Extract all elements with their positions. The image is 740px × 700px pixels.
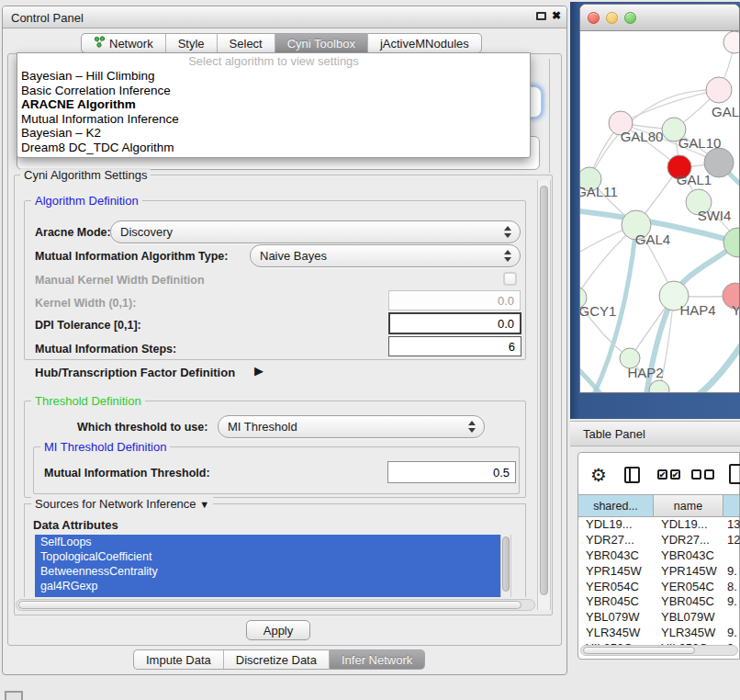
column-pane-icon[interactable] — [624, 467, 640, 483]
attributes-list-scrollbar-thumb[interactable] — [502, 536, 510, 592]
data-attribute-item[interactable]: TopologicalCoefficient — [35, 549, 500, 564]
minimize-window-icon[interactable] — [606, 12, 618, 24]
tab-cyni-toolbox[interactable]: Cyni Toolbox — [275, 33, 367, 53]
node-label-gal10: GAL10 — [678, 135, 722, 151]
apply-button[interactable]: Apply — [246, 620, 310, 640]
mi-steps-input[interactable] — [388, 336, 521, 356]
deselect-all-columns-icon[interactable] — [691, 469, 717, 480]
stepper-arrows-icon — [468, 421, 476, 433]
table-row[interactable]: YBR043CYBR043C — [578, 548, 740, 564]
manual-kernel-width-label: Manual Kernel Width Definition — [35, 274, 205, 287]
select-all-columns-icon[interactable]: ✔✔ — [657, 469, 683, 480]
algorithm-option[interactable]: Basic Correlation Inference — [17, 84, 530, 98]
data-attributes-list[interactable]: SelfLoopsTopologicalCoefficientBetweenne… — [35, 535, 500, 597]
network-edge-highlighted[interactable] — [696, 342, 739, 393]
column-header-shared...[interactable]: shared... — [578, 494, 654, 517]
settings-horizontal-scrollbar-thumb[interactable] — [18, 601, 521, 609]
table-header-row: shared...name — [578, 494, 740, 517]
float-panel-icon[interactable] — [536, 12, 546, 20]
tab-label: Infer Network — [342, 653, 412, 667]
mi-algorithm-type-value: Naive Bayes — [260, 249, 327, 263]
threshold-definition-title: Threshold Definition — [31, 394, 145, 408]
tab-style[interactable]: Style — [165, 33, 217, 53]
table-panel-title: Table Panel — [583, 427, 645, 441]
data-attribute-item[interactable]: gal4RGexp — [35, 579, 500, 593]
close-window-icon[interactable] — [588, 12, 600, 24]
settings-vertical-scrollbar-thumb[interactable] — [540, 186, 548, 595]
kernel-width-input[interactable] — [388, 290, 521, 310]
table-cell: 9. — [723, 564, 740, 580]
network-canvas[interactable]: GALGAL80GAL10GAL1GAL11SWI4GAL4YGCY1HAP4H… — [580, 31, 739, 393]
collapsed-panel-icon[interactable] — [5, 691, 23, 700]
tab-jactivemnodules[interactable]: jActiveMNodules — [367, 33, 482, 53]
expander-right-arrow-icon[interactable]: ▶ — [254, 364, 263, 378]
settings-vertical-scrollbar[interactable] — [537, 180, 551, 610]
dpi-tolerance-input[interactable] — [388, 312, 521, 334]
data-attribute-item[interactable]: BetweennessCentrality — [35, 564, 500, 579]
manual-kernel-width-checkbox[interactable] — [503, 272, 517, 286]
mi-algorithm-type-combo[interactable]: Naive Bayes — [250, 244, 521, 267]
tab-select[interactable]: Select — [217, 33, 275, 53]
algorithm-option[interactable]: Dream8 DC_TDC Algorithm — [17, 141, 530, 155]
table-cell: YBR043C — [578, 548, 654, 564]
tab-label: Discretize Data — [236, 653, 317, 667]
kernel-width-label: Kernel Width (0,1): — [35, 297, 136, 310]
close-panel-icon[interactable]: ✖ — [552, 9, 561, 22]
table-row[interactable]: YER054CYER054C8. — [578, 580, 740, 595]
node-label-swi4: SWI4 — [698, 208, 732, 223]
algorithm-popup-list: Bayesian – Hill ClimbingBasic Correlatio… — [17, 69, 530, 154]
settings-horizontal-scrollbar[interactable] — [16, 599, 535, 611]
control-panel-title: Control Panel — [11, 11, 84, 25]
table-row[interactable]: YPR145WYPR145W9. — [578, 564, 740, 580]
node-label-gal1: GAL1 — [677, 172, 712, 187]
algorithm-option[interactable]: Bayesian – Hill Climbing — [17, 69, 530, 84]
algorithm-option[interactable]: Mutual Information Inference — [17, 112, 530, 127]
table-cell: 9. — [723, 594, 740, 610]
table-cell: YBL079W — [578, 610, 654, 626]
column-header-name[interactable]: name — [654, 494, 723, 517]
which-threshold-combo[interactable]: MI Threshold — [218, 415, 485, 438]
algorithm-option[interactable]: Bayesian – K2 — [17, 126, 530, 141]
hub-factor-expander-label[interactable]: Hub/Transcription Factor Definition — [35, 366, 235, 379]
tab-impute-data[interactable]: Impute Data — [133, 649, 223, 670]
network-node[interactable] — [723, 31, 739, 53]
table-horizontal-scrollbar-thumb[interactable] — [583, 647, 695, 654]
which-threshold-value: MI Threshold — [228, 420, 297, 434]
table-row[interactable]: YBR045CYBR045C9. — [578, 594, 740, 610]
table-horizontal-scrollbar[interactable] — [580, 645, 738, 656]
tab-network[interactable]: Network — [81, 33, 165, 53]
tab-infer-network[interactable]: Infer Network — [329, 649, 425, 670]
which-threshold-label: Which threshold to use: — [77, 421, 207, 434]
apply-button-label: Apply — [263, 624, 294, 638]
export-table-icon[interactable] — [729, 464, 740, 484]
stepper-arrows-icon — [504, 226, 511, 238]
node-label-gal4: GAL4 — [635, 231, 670, 247]
network-node[interactable] — [649, 380, 669, 393]
cyni-bottom-tab-strip: Impute DataDiscretize DataInfer Network — [133, 649, 425, 670]
network-node-gal[interactable] — [706, 77, 732, 103]
data-attribute-item[interactable]: SelfLoops — [35, 535, 500, 549]
expander-down-arrow-icon[interactable]: ▼ — [199, 499, 209, 510]
aracne-mode-combo[interactable]: Discovery — [110, 220, 521, 243]
table-row[interactable]: YDR27...YDR27...12 — [578, 533, 740, 548]
tab-discretize-data[interactable]: Discretize Data — [223, 649, 329, 670]
network-icon — [94, 36, 106, 51]
algorithm-dropdown-popup: Select algorithm to view settings Bayesi… — [17, 52, 531, 158]
table-cell: YLR345W — [578, 626, 654, 641]
table-body: YDL19...YDL19...13YDR27...YDR27...12YBR0… — [578, 517, 740, 645]
table-row[interactable]: YBL079WYBL079W — [578, 610, 740, 626]
table-cell — [723, 548, 740, 564]
table-row[interactable]: YLR345WYLR345W9. — [578, 626, 740, 641]
column-header-clipped[interactable] — [723, 494, 740, 517]
sources-group-title[interactable]: Sources for Network Inference ▼ — [31, 497, 213, 511]
gear-icon[interactable]: ⚙ — [589, 465, 608, 485]
table-cell: 12 — [723, 533, 740, 548]
aracne-mode-value: Discovery — [120, 225, 173, 239]
table-row[interactable]: YDL19...YDL19...13 — [578, 517, 740, 533]
node-label-hap2: HAP2 — [627, 365, 663, 380]
algorithm-option[interactable]: ARACNE Algorithm — [17, 97, 530, 112]
attributes-list-scrollbar[interactable] — [500, 535, 511, 597]
zoom-window-icon[interactable] — [624, 12, 636, 24]
mi-threshold-input[interactable] — [387, 461, 516, 483]
node-label-gal: GAL — [712, 104, 739, 119]
